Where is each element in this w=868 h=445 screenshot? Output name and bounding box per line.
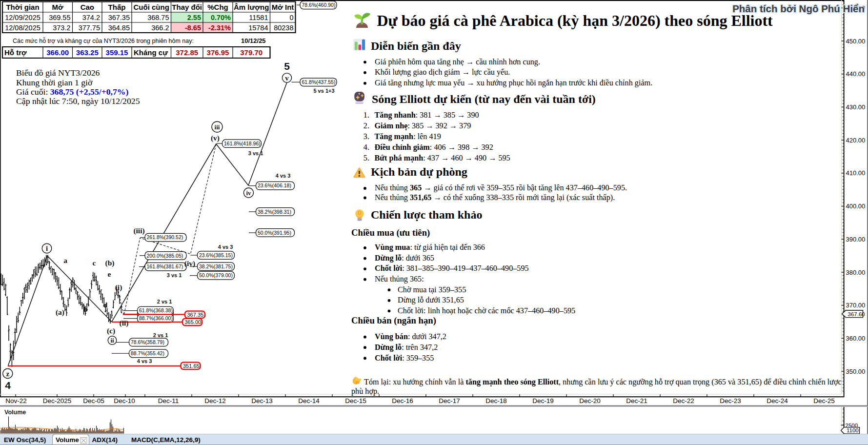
svg-text:366.2: 366.2 (151, 24, 169, 32)
svg-text:410.00: 410.00 (846, 169, 866, 177)
svg-text:(i): (i) (115, 283, 122, 292)
svg-text:372.85: 372.85 (176, 48, 198, 57)
svg-text:1100: 1100 (847, 427, 859, 433)
svg-text:Chốt lời: linh hoạt hoặc chờ c: Chốt lời: linh hoạt hoặc chờ các mốc 437… (398, 306, 575, 315)
svg-text:Khối lượng giao dịch giảm → lự: Khối lượng giao dịch giảm → lực cầu yếu. (375, 68, 510, 77)
svg-text:Âm lượng: Âm lượng (234, 3, 269, 11)
svg-text:(v): (v) (211, 134, 220, 142)
svg-text:367.35: 367.35 (108, 14, 130, 21)
svg-text:Tăng nhanh: 381 → 385 → 390: Tăng nhanh: 381 → 385 → 390 (375, 111, 479, 120)
svg-text:380.00: 380.00 (846, 269, 866, 276)
svg-text:Nếu thủng 365 → giá có thể rơi: Nếu thủng 365 → giá có thể rơi về 359–35… (375, 183, 627, 192)
svg-text:Vùng mua: từ giá hiện tại đến: Vùng mua: từ giá hiện tại đến 366 (375, 243, 485, 252)
svg-text:200.0%(385.05): 200.0%(385.05) (147, 253, 183, 259)
svg-text:23.6%(406.18): 23.6%(406.18) (258, 182, 291, 188)
svg-text:3.: 3. (363, 132, 369, 141)
svg-text:78.6%(460.90): 78.6%(460.90) (302, 2, 336, 8)
svg-text:370.00: 370.00 (846, 302, 866, 309)
svg-text:(c): (c) (107, 326, 115, 335)
svg-text:4 vs 3: 4 vs 3 (137, 358, 152, 364)
svg-text:80238: 80238 (274, 24, 293, 32)
svg-text:430.00: 430.00 (846, 103, 866, 111)
svg-text:v: v (285, 74, 289, 82)
svg-text:Chiều bán (ngắn hạn): Chiều bán (ngắn hạn) (351, 315, 436, 326)
svg-text:377.75: 377.75 (79, 24, 100, 32)
svg-text:359.15: 359.15 (106, 48, 128, 57)
svg-text:Dec-18: Dec-18 (485, 397, 507, 405)
svg-text:ii: ii (110, 337, 114, 344)
svg-text:(iii): (iii) (133, 226, 144, 235)
svg-text:Khung thời gian 1 giờ: Khung thời gian 1 giờ (16, 78, 93, 87)
svg-text:Dec-05: Dec-05 (83, 397, 104, 405)
svg-text:Dec-20: Dec-20 (579, 397, 601, 405)
svg-text:365.00: 365.00 (185, 319, 202, 325)
svg-text:360.00: 360.00 (846, 335, 866, 342)
svg-text:Dec-25: Dec-25 (813, 397, 835, 405)
svg-text:Chờ mua tại 359–355: Chờ mua tại 359–355 (398, 285, 466, 294)
svg-text:Dec-10: Dec-10 (114, 397, 135, 405)
svg-text:Dec-24: Dec-24 (767, 397, 788, 405)
svg-text:b: b (83, 305, 88, 313)
svg-text:38.2%(398.31): 38.2%(398.31) (258, 209, 291, 215)
svg-text:Dự báo giá cà phê Arabica (kỳ: Dự báo giá cà phê Arabica (kỳ hạn 3/2026… (377, 12, 773, 29)
svg-text:369.55: 369.55 (49, 14, 70, 21)
svg-text:Dec-17: Dec-17 (439, 397, 460, 405)
svg-text:10/12/25: 10/12/25 (241, 37, 266, 44)
svg-text:390.00: 390.00 (846, 236, 866, 243)
svg-text:Chốt lời: 381–385–390–419–437–: Chốt lời: 381–385–390–419–437–460–490–59… (375, 264, 529, 273)
svg-text:5.: 5. (363, 154, 369, 162)
svg-text:c: c (93, 259, 96, 267)
svg-text:161.8%(381.67): 161.8%(381.67) (147, 263, 183, 269)
svg-text:4 vs 3: 4 vs 3 (276, 173, 291, 179)
svg-text:Dec-16: Dec-16 (392, 397, 413, 405)
svg-text:367.60: 367.60 (848, 311, 865, 317)
svg-text:Thay đổi: Thay đổi (172, 3, 202, 11)
svg-text:Cập nhật lúc 7:50, ngày 10/12/: Cập nhật lúc 7:50, ngày 10/12/2025 (16, 96, 140, 106)
svg-text:Nov-22: Nov-22 (5, 397, 27, 405)
svg-text:161.8%(418.96): 161.8%(418.96) (224, 141, 261, 146)
svg-text:Dec-19: Dec-19 (532, 397, 554, 405)
svg-text:-2.31%: -2.31% (208, 24, 231, 32)
svg-text:Thấp: Thấp (108, 3, 126, 11)
svg-text:Tăng mạnh: lên 419: Tăng mạnh: lên 419 (375, 132, 441, 141)
svg-text:50.0%(379.00): 50.0%(379.00) (199, 272, 233, 278)
svg-text:5 vs 1+3: 5 vs 1+3 (313, 88, 334, 94)
svg-text:Dec-15: Dec-15 (345, 397, 366, 405)
svg-text:351.65: 351.65 (183, 363, 200, 369)
svg-text:Dec-23: Dec-23 (720, 397, 741, 405)
svg-text:Kháng cự: Kháng cự (134, 48, 168, 57)
svg-text:Bứt phá mạnh: 437 → 460 → 490: Bứt phá mạnh: 437 → 460 → 490 → 595 (375, 154, 510, 162)
svg-text:Nếu thủng 351,65 → có thể xuốn: Nếu thủng 351,65 → có thể xuống 338–335 … (375, 193, 615, 202)
svg-text:2 vs 1: 2 vs 1 (157, 299, 172, 304)
svg-text:(a): (a) (56, 308, 64, 317)
svg-text:0.70%: 0.70% (211, 14, 231, 21)
svg-text:Chiều mua (ưu tiên): Chiều mua (ưu tiên) (351, 227, 430, 238)
svg-text:%Chg: %Chg (207, 3, 228, 11)
svg-text:Hỗ trợ: Hỗ trợ (4, 48, 27, 57)
svg-text:(ii): (ii) (120, 319, 129, 327)
svg-text:61.8%(368.38): 61.8%(368.38) (139, 307, 173, 313)
svg-text:Cao: Cao (81, 3, 94, 11)
svg-text:Chiến lược tham khảo: Chiến lược tham khảo (371, 208, 482, 221)
svg-text:Tóm lại: xu hướng chính vẫn là: Tóm lại: xu hướng chính vẫn là tăng mạnh… (364, 378, 842, 386)
svg-text:z: z (6, 370, 9, 378)
svg-text:379.70: 379.70 (240, 48, 262, 57)
svg-text:iii: iii (215, 123, 220, 131)
svg-text:a: a (63, 256, 67, 264)
svg-text:Dec-22: Dec-22 (673, 397, 694, 405)
svg-text:3 vs 1: 3 vs 1 (167, 272, 182, 278)
svg-text:363.25: 363.25 (76, 48, 99, 57)
svg-text:Dec-21: Dec-21 (626, 397, 647, 405)
svg-text:Phân tích bởi Ngô Phú Hiển: Phân tích bởi Ngô Phú Hiển (732, 3, 865, 14)
svg-text:Giảm nhẹ: 385 → 392 → 379: Giảm nhẹ: 385 → 392 → 379 (375, 121, 471, 130)
svg-text:364.85: 364.85 (108, 24, 130, 32)
svg-text:2.55: 2.55 (187, 14, 201, 21)
svg-text:88.7%(355.42): 88.7%(355.42) (131, 350, 164, 356)
svg-text:Giá cuối: 368,75 (+2,55/+0,7%): Giá cuối: 368,75 (+2,55/+0,7%) (16, 87, 129, 97)
svg-text:4.: 4. (363, 143, 369, 152)
svg-text:5: 5 (284, 61, 290, 72)
svg-text:368.75: 368.75 (147, 14, 169, 21)
svg-text:Dec-11: Dec-11 (158, 397, 179, 405)
svg-text:Biểu đồ giá NYT3/2026: Biểu đồ giá NYT3/2026 (16, 68, 100, 78)
svg-text:Kịch bản dự phòng: Kịch bản dự phòng (371, 165, 467, 178)
